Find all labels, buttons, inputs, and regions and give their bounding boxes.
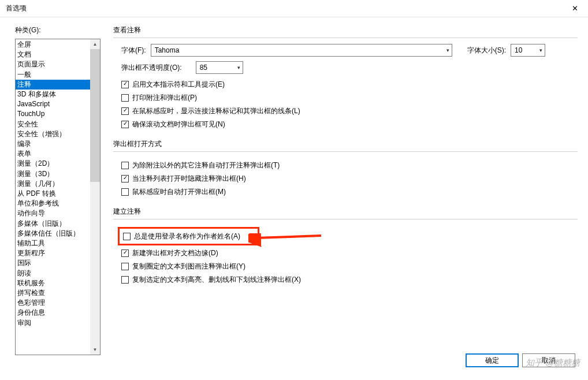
checkbox-row: 复制选定的文本到高亮、删划线和下划线注释弹出框(X) [121,274,578,285]
category-item[interactable]: 更新程序 [16,248,90,258]
category-item[interactable]: 安全性（增强） [16,129,90,139]
checkbox-row: 总是使用登录名称作为作者姓名(A) [121,227,578,245]
checkbox-label: 复制圈定的文本到图画注释弹出框(Y) [132,260,245,272]
category-item[interactable]: 测量（3D） [16,169,90,179]
category-item[interactable]: 表单 [16,149,90,159]
checkbox[interactable] [121,121,129,128]
checkbox-label: 总是使用登录名称作为作者姓名(A) [134,230,240,242]
checkbox[interactable] [123,233,131,240]
font-label: 字体(F): [121,46,146,55]
category-item[interactable]: 辅助工具 [16,239,90,248]
checkbox-label: 在鼠标感应时，显示连接注释标记和其弹出框的线条(L) [132,105,300,117]
checkbox-label: 当注释列表打开时隐藏注释弹出框(H) [132,173,246,184]
category-listbox[interactable]: 全屏文档页面显示一般注释3D 和多媒体JavaScriptTouchUp安全性安… [15,39,101,355]
checkbox-row: 确保滚动文档时弹出框可见(N) [121,118,578,130]
checkbox-label: 启用文本指示符和工具提示(E) [132,79,225,90]
checkbox[interactable] [121,175,129,182]
scroll-up-icon[interactable]: ▲ [90,39,100,49]
window-title: 首选项 [6,3,27,13]
checkbox[interactable] [121,107,129,115]
checkbox-row: 在鼠标感应时，显示连接注释标记和其弹出框的线条(L) [121,105,578,117]
group-create-title: 建立注释 [113,207,578,217]
category-item[interactable]: 审阅 [16,318,90,328]
category-item[interactable]: 单位和参考线 [16,199,90,208]
category-item[interactable]: 全屏 [16,40,90,50]
opacity-value: 85 [200,64,207,72]
checkbox-label: 新建弹出框对齐文档边缘(D) [132,247,218,259]
checkbox-row: 新建弹出框对齐文档边缘(D) [121,247,578,259]
checkbox[interactable] [121,276,129,284]
checkbox[interactable] [121,263,129,270]
category-item[interactable]: 测量（2D） [16,159,90,169]
checkbox-row: 打印附注和弹出框(P) [121,92,578,103]
highlighted-option: 总是使用登录名称作为作者姓名(A) [118,227,259,245]
category-item[interactable]: 文档 [16,50,90,59]
category-item[interactable]: 页面显示 [16,59,90,69]
checkbox-label: 鼠标感应时自动打开弹出框(M) [132,186,226,198]
category-item[interactable]: 联机服务 [16,278,90,288]
font-size-value: 10 [515,46,522,54]
checkbox-label: 复制选定的文本到高亮、删划线和下划线注释弹出框(X) [132,274,301,285]
category-item[interactable]: 拼写检查 [16,288,90,298]
titlebar: 首选项 ✕ [0,0,588,17]
checkbox-row: 为除附注以外的其它注释自动打开注释弹出框(T) [121,159,578,171]
checkbox-row: 复制圈定的文本到图画注释弹出框(Y) [121,260,578,272]
category-item[interactable]: 色彩管理 [16,298,90,308]
category-item[interactable]: 测量（几何） [16,179,90,189]
checkbox-row: 鼠标感应时自动打开弹出框(M) [121,186,578,198]
category-item[interactable]: TouchUp [16,109,90,119]
checkbox[interactable] [121,94,129,102]
scroll-down-icon[interactable]: ▼ [90,345,100,355]
checkbox-label: 确保滚动文档时弹出框可见(N) [132,118,225,130]
checkbox[interactable] [121,249,129,257]
chevron-down-icon: ▾ [237,65,240,70]
ok-button[interactable]: 确定 [466,353,519,367]
category-item[interactable]: JavaScript [16,99,90,109]
checkbox[interactable] [121,162,129,169]
checkbox-label: 为除附注以外的其它注释自动打开注释弹出框(T) [132,159,280,171]
chevron-down-icon: ▾ [446,47,449,53]
category-item[interactable]: 身份信息 [16,308,90,318]
category-item[interactable]: 从 PDF 转换 [16,189,90,199]
chevron-down-icon: ▾ [539,47,542,53]
category-item[interactable]: 多媒体（旧版） [16,219,90,229]
close-button[interactable]: ✕ [561,0,588,17]
category-item[interactable]: 编录 [16,139,90,149]
category-item[interactable]: 3D 和多媒体 [16,90,90,99]
category-label: 种类(G): [15,25,101,35]
scrollbar[interactable]: ▲ ▼ [90,39,100,355]
font-select[interactable]: Tahoma ▾ [151,44,452,57]
font-size-select[interactable]: 10 ▾ [511,44,545,57]
category-item[interactable]: 朗读 [16,269,90,278]
checkbox-row: 当注释列表打开时隐藏注释弹出框(H) [121,173,578,184]
cancel-button[interactable]: 取消 [522,353,575,367]
font-value: Tahoma [155,46,180,54]
scroll-thumb[interactable] [90,49,100,182]
group-popup-title: 弹出框打开方式 [113,139,578,149]
category-item[interactable]: 国际 [16,258,90,268]
checkbox-row: 启用文本指示符和工具提示(E) [121,79,578,90]
opacity-select[interactable]: 85 ▾ [196,61,243,74]
font-size-label: 字体大小(S): [467,46,506,55]
checkbox-label: 打印附注和弹出框(P) [132,92,197,103]
category-item[interactable]: 一般 [16,70,90,80]
group-view-title: 查看注释 [113,25,578,35]
category-item[interactable]: 多媒体信任（旧版） [16,229,90,239]
checkbox[interactable] [121,188,129,196]
category-item[interactable]: 安全性 [16,120,90,129]
checkbox[interactable] [121,81,129,88]
opacity-label: 弹出框不透明度(O): [121,63,182,73]
category-item[interactable]: 注释 [16,80,90,90]
category-item[interactable]: 动作向导 [16,208,90,218]
